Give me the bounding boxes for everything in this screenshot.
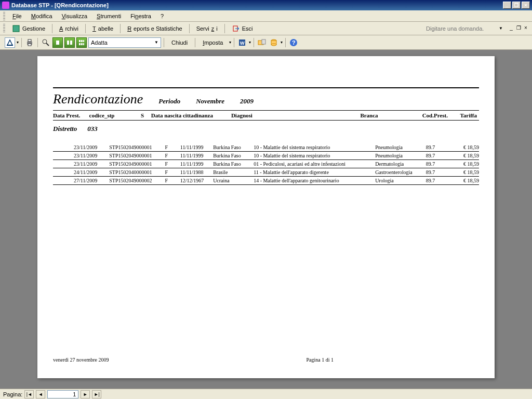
table-row: 24/11/2009STP1502040000001F11/11/1988Bra… [53, 168, 479, 177]
mdi-minimize[interactable]: _ [508, 25, 514, 32]
separator [234, 38, 234, 47]
distretto-group: Distretto 033 [53, 121, 479, 143]
help-question-input[interactable] [424, 24, 497, 33]
nav-prev-button[interactable]: ◄ [36, 390, 45, 398]
nav-last-button[interactable]: ►| [92, 390, 101, 398]
menu-finestra[interactable]: Finestra [126, 12, 155, 20]
print-button[interactable] [24, 37, 35, 48]
cell-codprest: 89.7 [426, 169, 454, 175]
status-bar: Pagina: |◄ ◄ ► ►| [0, 389, 532, 399]
cell-sesso: F [165, 144, 180, 150]
servizi-button[interactable]: Servizi [193, 24, 221, 33]
cell-sesso: F [165, 153, 180, 158]
header-codice: codice_stp [89, 112, 141, 118]
db-dropdown-icon[interactable]: ▾ [281, 40, 283, 45]
chiudi-button[interactable]: Chiudi [167, 37, 192, 48]
header-s: S [141, 112, 151, 118]
mdi-restore[interactable]: ❐ [515, 25, 522, 32]
separator [164, 38, 164, 47]
esci-button[interactable]: Esci [228, 23, 257, 34]
gestione-icon [12, 24, 20, 33]
archivi-button[interactable]: Archivi [56, 24, 82, 33]
minimize-button[interactable]: _ [503, 2, 511, 9]
page-number-input[interactable] [47, 390, 78, 398]
word-dropdown-icon[interactable]: ▾ [249, 40, 251, 45]
period-year: 2009 [240, 97, 254, 105]
mdi-close[interactable]: × [523, 25, 529, 32]
cell-cittadinanza: Burkina Faso [213, 153, 254, 158]
cell-sesso: F [165, 178, 180, 183]
page-label: Pagina: [3, 391, 22, 397]
cell-nascita: 11/11/1999 [180, 153, 213, 158]
svg-rect-12 [81, 40, 83, 42]
multi-page-button[interactable] [76, 37, 87, 48]
app-icon [2, 2, 9, 9]
svg-rect-9 [67, 41, 69, 45]
nav-next-button[interactable]: ► [81, 390, 90, 398]
cell-codprest: 89.7 [426, 153, 454, 158]
cell-data: 23/11/2009 [53, 161, 109, 167]
cell-diagnosi: 11 - Malattie dell'apparato digerente [254, 169, 375, 175]
header-rule-top [53, 87, 479, 88]
design-view-button[interactable] [5, 37, 15, 48]
exit-icon [232, 24, 240, 33]
cell-data: 24/11/2009 [53, 169, 109, 175]
one-page-button[interactable] [52, 37, 63, 48]
report-title: Rendicontazione [53, 91, 143, 107]
period-label: Periodo [158, 97, 180, 105]
reports-button[interactable]: Reports e Statistiche [124, 24, 186, 33]
menu-file[interactable]: File [8, 12, 26, 20]
cell-branca: Dermatologia [375, 161, 426, 167]
window-controls: _ ❐ × [503, 2, 530, 9]
close-button[interactable]: × [522, 2, 530, 9]
separator [224, 24, 225, 33]
menu-visualizza[interactable]: Visualizza [58, 12, 91, 20]
separator [120, 24, 121, 33]
separator [285, 38, 286, 47]
imposta-button[interactable]: Imposta [198, 37, 228, 48]
gestione-button[interactable]: Gestione [8, 23, 49, 34]
database-button[interactable] [269, 37, 279, 48]
report-header: Rendicontazione Periodo Novembre 2009 [53, 90, 479, 110]
cell-codice: STP1502049000001 [109, 161, 165, 167]
cell-cittadinanza: Brasile [213, 169, 254, 175]
distretto-label: Distretto [53, 125, 77, 133]
column-headers: Data Prest. codice_stp S Data nascita ci… [53, 110, 479, 121]
svg-rect-8 [56, 41, 59, 45]
period-month: Novembre [196, 97, 224, 105]
toolbar-main: Gestione Archivi Tabelle Reports e Stati… [0, 22, 532, 35]
menu-modifica[interactable]: Modifica [27, 12, 57, 20]
svg-rect-16 [83, 43, 84, 45]
svg-point-6 [43, 39, 47, 44]
zoom-combo[interactable]: Adatta ▼ [88, 37, 161, 48]
cell-codice: STP1502049000001 [109, 144, 165, 150]
toolbar-grip [3, 24, 5, 33]
distretto-value: 033 [87, 125, 98, 133]
nav-first-button[interactable]: |◄ [24, 390, 34, 398]
title-bar: Database STP - [QRendicontazione] _ ❐ × [0, 0, 532, 10]
cell-tariffa: € 18,59 [454, 169, 479, 175]
two-page-button[interactable] [64, 37, 75, 48]
menu-help[interactable]: ? [156, 12, 168, 20]
cell-diagnosi: 14 - Malattie dell'apparato genitourinar… [254, 178, 375, 183]
imposta-dropdown-icon[interactable]: ▾ [229, 40, 231, 45]
svg-rect-10 [70, 41, 72, 45]
zoom-button[interactable] [41, 37, 51, 48]
header-data: Data Prest. [53, 112, 89, 118]
footer-page: Pagina 1 di 1 [306, 357, 334, 363]
view-dropdown-icon[interactable]: ▾ [17, 40, 19, 45]
help-button[interactable]: ? [288, 37, 299, 48]
help-dropdown-icon[interactable]: ▼ [499, 26, 503, 31]
send-button[interactable] [257, 37, 267, 48]
tabelle-button[interactable]: Tabelle [89, 24, 117, 33]
header-branca: Branca [360, 112, 422, 118]
restore-button[interactable]: ❐ [512, 2, 521, 9]
cell-codprest: 89.7 [426, 178, 454, 183]
word-export-button[interactable]: W [237, 37, 247, 48]
cell-cittadinanza: Burkina Faso [213, 144, 254, 150]
table-row: 23/11/2009STP1502049000001F11/11/1999Bur… [53, 152, 479, 160]
cell-diagnosi: 10 - Malattie del sistema respiratorio [254, 153, 375, 158]
menu-strumenti[interactable]: Strumenti [92, 12, 125, 20]
cell-tariffa: € 18,59 [454, 161, 479, 167]
header-nascita: Data nascita cittadinanza [151, 112, 231, 118]
